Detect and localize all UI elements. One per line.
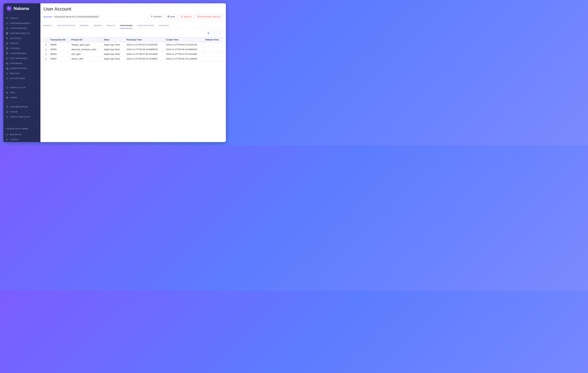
storage-icon — [6, 47, 8, 50]
sidebar-item-configuration[interactable]: CONFIGURATION — [3, 26, 41, 31]
tab-profile[interactable]: PROFILE — [43, 25, 52, 28]
sidebar-item-user-management[interactable]: USER MANAGEMENT — [3, 21, 41, 26]
login-status: LOGGED IN AS: ADMIN — [3, 125, 41, 132]
ban-icon — [168, 16, 169, 18]
tab-authentication[interactable]: AUTHENTICATION — [57, 25, 75, 28]
pager-prev[interactable] — [211, 31, 217, 35]
cell-create: 2024-11-07T09:46:29.143690Z — [164, 56, 204, 61]
tab-friends[interactable]: FRIENDS — [80, 25, 89, 28]
sidebar-item-label: STORAGE — [10, 47, 20, 49]
sidebar-item-purchases[interactable]: PURCHASES — [3, 61, 41, 66]
sidebar-item-forum[interactable]: FORUM — [3, 109, 41, 114]
expand-toggle[interactable]: ❯ — [44, 47, 49, 52]
pager-next[interactable] — [217, 31, 223, 35]
configuration-icon — [6, 27, 8, 30]
breadcrumb-root[interactable]: Account — [43, 15, 52, 18]
cell-txn: 00002 — [49, 56, 70, 61]
tab-storage[interactable]: STORAGE — [159, 25, 169, 28]
pager — [206, 31, 223, 35]
purchases-icon — [6, 62, 8, 65]
logout-icon — [6, 138, 8, 141]
sidebar-item-satori[interactable]: SATORI — [3, 95, 41, 100]
expand-toggle[interactable]: ❯ — [44, 43, 49, 47]
cell-txn: 00008 — [49, 43, 70, 47]
groups-icon — [6, 42, 8, 45]
tab-subscriptions[interactable]: SUBSCRIPTIONS — [137, 25, 154, 28]
pager-first[interactable] — [206, 31, 211, 35]
svg-point-16 — [7, 93, 8, 93]
expand-toggle[interactable]: ❯ — [44, 56, 49, 61]
cell-store: Apple App Store — [102, 43, 125, 47]
table-row[interactable]: ❯00002starter_offerApple App Store2024-1… — [44, 56, 223, 61]
cell-product: diamond_inventory_pack — [70, 47, 102, 52]
sidebar-item-heroic-cloud[interactable]: HEROIC CLOUD — [3, 85, 41, 90]
chevron-right-icon: ❯ — [45, 48, 47, 51]
chevron-right-icon: ❯ — [45, 58, 47, 60]
logo: Nakama — [3, 3, 41, 14]
satori-icon — [6, 96, 8, 99]
sidebar-item-groups[interactable]: GROUPS — [3, 41, 41, 46]
cell-refund — [204, 56, 223, 61]
col-header-1: Product ID — [70, 37, 102, 43]
cell-refund — [204, 43, 223, 47]
col-header-5: Refund Time — [204, 37, 223, 43]
breadcrumb: Account / b10e2a53-5a1d-47c1-823d-61b33d… — [43, 15, 99, 18]
heroic-labs-blog-icon — [6, 116, 8, 118]
sidebar-item-label: SATORI — [10, 96, 18, 99]
delete-button[interactable]: DELETE — [178, 14, 194, 19]
sidebar-item-label: MATCHES — [10, 72, 20, 74]
export-button[interactable]: EXPORT — [148, 14, 164, 19]
api-explorer-icon — [6, 77, 8, 80]
ban-button[interactable]: BAN — [165, 14, 177, 19]
cell-txn: 00003 — [49, 52, 70, 56]
sidebar-item-label: ACCOUNTS — [10, 37, 21, 39]
cell-purchase: 2024-11-07T09:50:23.502979Z — [125, 43, 164, 47]
forum-icon — [6, 110, 8, 113]
sidebar-item-storage[interactable]: STORAGE — [3, 46, 41, 51]
sidebar-item-chat-messages[interactable]: CHAT MESSAGES — [3, 56, 41, 61]
main-panel: User Account Account / b10e2a53-5a1d-47c… — [41, 3, 226, 142]
recorded-delete-button[interactable]: RECORDED DELETE — [195, 14, 223, 19]
table-row[interactable]: ❯00003100_goldApple App Store2024-11-07T… — [44, 52, 223, 56]
cell-purchase: 2024-11-07T09:46:29.143690Z — [125, 56, 164, 61]
sidebar-item-label: LOGOUT — [10, 139, 19, 140]
table-row[interactable]: ❯00004diamond_inventory_packApple App St… — [44, 47, 223, 52]
svg-point-6 — [7, 37, 8, 38]
cell-purchase: 2024-11-07T09:48:16.886953Z — [125, 47, 164, 52]
tab-groups[interactable]: GROUPS — [93, 25, 102, 28]
breadcrumb-id: b10e2a53-5a1d-47c1-823d-61b33d92ba37 — [54, 15, 99, 18]
chat-messages-icon — [6, 57, 8, 60]
tabs: PROFILEAUTHENTICATIONFRIENDSGROUPSWALLET… — [43, 25, 223, 29]
purchases-table: Transaction IDProduct IDStorePurchase Ti… — [43, 37, 223, 61]
tab-wallet[interactable]: WALLET — [107, 25, 115, 28]
expand-toggle[interactable]: ❯ — [44, 52, 49, 56]
accounts-icon — [6, 37, 8, 40]
sidebar-item-leaderboards[interactable]: LEADERBOARDS — [3, 51, 41, 56]
sidebar-item-heroic-labs-blog[interactable]: HEROIC LABS BLOG — [3, 114, 41, 119]
sidebar-item-documentation[interactable]: DOCUMENTATION — [3, 104, 41, 109]
svg-point-7 — [6, 43, 7, 43]
sidebar-item-label: HIRO — [10, 92, 15, 94]
tab-purchases[interactable]: PURCHASES — [120, 25, 133, 29]
svg-rect-18 — [6, 111, 8, 112]
table-row[interactable]: ❯0000830days_gold_packApple App Store202… — [44, 43, 223, 47]
sidebar-item-api-explorer[interactable]: API EXPLORER — [3, 76, 41, 81]
sidebar-item-label: RUNTIME MODULES — [10, 32, 30, 34]
sidebar-item-mfa-setup[interactable]: MFA SETUP — [3, 132, 41, 137]
svg-rect-2 — [6, 32, 7, 33]
svg-point-0 — [6, 23, 7, 24]
sidebar-item-status[interactable]: STATUS — [3, 16, 41, 21]
hiro-icon — [6, 91, 8, 94]
svg-rect-10 — [6, 57, 8, 59]
heroic-cloud-icon — [6, 86, 8, 89]
sidebar-item-hiro[interactable]: HIRO — [3, 90, 41, 95]
sidebar-item-accounts[interactable]: ACCOUNTS — [3, 36, 41, 41]
sidebar-item-runtime-modules[interactable]: RUNTIME MODULES — [3, 31, 41, 36]
cell-refund — [204, 52, 223, 56]
cell-product: starter_offer — [70, 56, 102, 61]
pager-row — [43, 31, 223, 35]
sidebar-item-subscriptions[interactable]: SUBSCRIPTIONS — [3, 66, 41, 71]
svg-point-19 — [7, 134, 8, 135]
sidebar-item-matches[interactable]: MATCHES — [3, 71, 41, 76]
sidebar-item-logout[interactable]: LOGOUT — [3, 137, 41, 142]
